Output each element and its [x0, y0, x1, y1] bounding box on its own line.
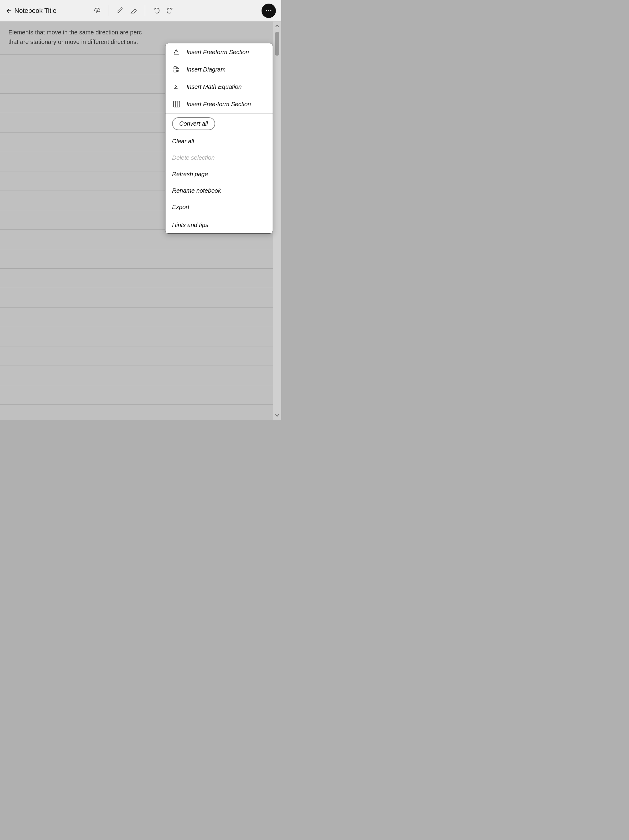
- svg-point-0: [266, 10, 267, 11]
- insert-math-label: Insert Math Equation: [186, 84, 242, 90]
- menu-item-insert-diagram[interactable]: Insert Diagram: [166, 61, 273, 78]
- line-16: [0, 346, 273, 346]
- menu-item-export[interactable]: Export: [166, 199, 273, 215]
- toolbar: Notebook Title: [0, 0, 281, 22]
- line-13: [0, 288, 273, 288]
- menu-item-convert-all-row[interactable]: Convert all: [166, 114, 273, 133]
- pen-icon: [116, 6, 125, 15]
- svg-rect-3: [174, 67, 177, 69]
- svg-rect-4: [174, 70, 177, 72]
- pen-button[interactable]: [114, 4, 127, 17]
- scrollbar-thumb[interactable]: [275, 32, 279, 56]
- delete-selection-label: Delete selection: [172, 154, 215, 161]
- toolbar-left: Notebook Title: [5, 7, 91, 15]
- back-arrow-icon: [5, 7, 13, 14]
- menu-item-clear-all[interactable]: Clear all: [166, 133, 273, 150]
- notebook-text: Elements that move in the same direction…: [8, 29, 142, 45]
- notebook-content: Elements that move in the same direction…: [0, 22, 161, 53]
- insert-freeform-section-label: Insert Free-form Section: [186, 101, 251, 108]
- line-14: [0, 307, 273, 308]
- clear-all-label: Clear all: [172, 138, 194, 145]
- dropdown-menu: Insert Freeform Section Insert Diagram: [165, 43, 273, 234]
- back-button[interactable]: Notebook Title: [5, 7, 57, 15]
- export-label: Export: [172, 204, 190, 211]
- lasso-button[interactable]: [91, 4, 104, 17]
- freeform-section-grid-icon: [172, 99, 181, 109]
- insert-freeform-label: Insert Freeform Section: [186, 49, 249, 56]
- menu-item-insert-freeform[interactable]: Insert Freeform Section: [166, 43, 273, 61]
- menu-item-hints-tips[interactable]: Hints and tips: [166, 217, 273, 233]
- undo-icon: [152, 6, 161, 15]
- freeform-section-icon: [173, 48, 180, 56]
- undo-button[interactable]: [150, 4, 163, 17]
- menu-item-insert-freeform-section[interactable]: Insert Free-form Section: [166, 95, 273, 113]
- diagram-svg-icon: [173, 66, 180, 73]
- grid-freeform-icon: [173, 100, 180, 108]
- redo-icon: [166, 6, 174, 15]
- math-equation-icon: Σ: [173, 83, 180, 91]
- svg-point-2: [270, 10, 272, 11]
- svg-text:Σ: Σ: [174, 84, 179, 90]
- svg-point-1: [268, 10, 269, 11]
- toolbar-divider-1: [109, 5, 109, 16]
- lasso-icon: [93, 6, 101, 15]
- toolbar-center: [91, 4, 104, 17]
- scrollbar: [273, 22, 281, 420]
- menu-item-delete-selection[interactable]: Delete selection: [166, 150, 273, 166]
- scrollbar-down[interactable]: [273, 411, 281, 420]
- line-18: [0, 385, 273, 385]
- menu-item-rename-notebook[interactable]: Rename notebook: [166, 183, 273, 199]
- notebook-title: Notebook Title: [14, 7, 57, 15]
- menu-divider-2: [166, 216, 273, 216]
- chevron-down-icon: [275, 414, 279, 418]
- eraser-icon: [129, 6, 137, 15]
- toolbar-divider-2: [145, 5, 145, 16]
- math-icon: Σ: [172, 82, 181, 91]
- svg-point-5: [177, 67, 179, 69]
- eraser-button[interactable]: [127, 4, 140, 17]
- menu-item-insert-math[interactable]: Σ Insert Math Equation: [166, 78, 273, 95]
- svg-rect-10: [174, 101, 180, 107]
- insert-diagram-label: Insert Diagram: [186, 66, 226, 73]
- more-dots-icon: [265, 7, 272, 14]
- hints-tips-label: Hints and tips: [172, 222, 208, 229]
- freeform-icon: [172, 47, 181, 57]
- menu-item-refresh-page[interactable]: Refresh page: [166, 166, 273, 183]
- refresh-page-label: Refresh page: [172, 171, 208, 178]
- diagram-icon: [172, 65, 181, 74]
- scrollbar-up[interactable]: [273, 22, 281, 30]
- line-19: [0, 404, 273, 405]
- line-11: [0, 249, 273, 249]
- redo-button[interactable]: [163, 4, 176, 17]
- convert-all-pill[interactable]: Convert all: [172, 117, 215, 130]
- line-15: [0, 327, 273, 327]
- chevron-up-icon: [275, 24, 279, 28]
- svg-point-6: [177, 70, 179, 72]
- rename-notebook-label: Rename notebook: [172, 187, 221, 194]
- notebook-area: Elements that move in the same direction…: [0, 22, 281, 420]
- more-button[interactable]: [262, 3, 276, 18]
